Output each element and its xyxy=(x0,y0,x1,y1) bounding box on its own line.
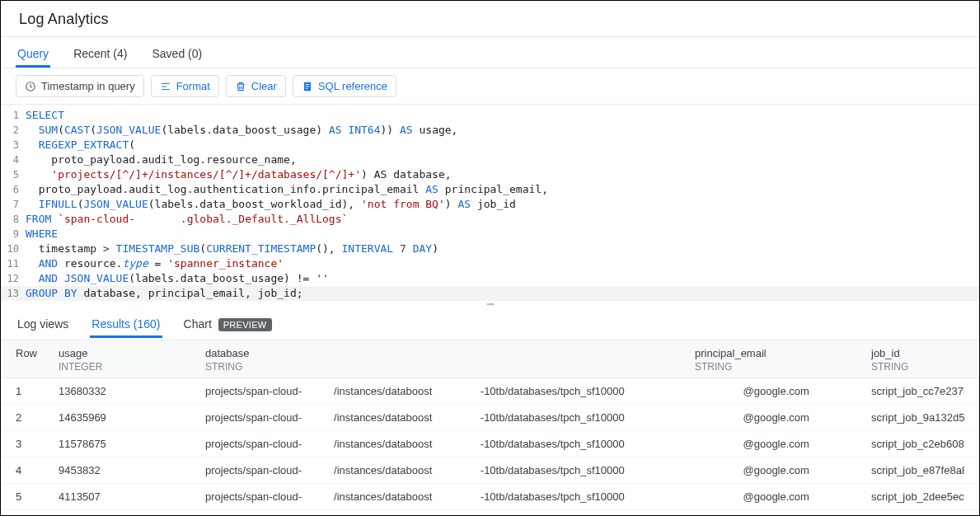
cell-rownum: 5 xyxy=(16,490,59,503)
timestamp-button[interactable]: Timestamp in query xyxy=(16,75,144,97)
page-header: Log Analytics xyxy=(1,1,979,37)
cell-jobid: script_job_9a132d5d7 xyxy=(871,411,964,424)
cell-rownum: 4 xyxy=(16,464,59,476)
cell-jobid: script_job_e87fe8a8a xyxy=(871,464,964,476)
preview-badge: PREVIEW xyxy=(218,318,272,331)
cell-jobid: script_job_2dee5ec16 xyxy=(871,490,964,503)
top-tabs: Query Recent (4) Saved (0) xyxy=(1,37,979,68)
cell-jobid: script_job_cc7e237ba xyxy=(871,385,964,397)
cell-usage: 9453832 xyxy=(59,464,205,476)
page-title: Log Analytics xyxy=(19,11,961,28)
cell-database: projects/span-cloud-xxxxxx/instances/dat… xyxy=(205,490,695,503)
table-row[interactable]: 54113507projects/span-cloud-xxxxxx/insta… xyxy=(1,484,979,510)
cell-rownum: 1 xyxy=(16,385,59,397)
cell-database: projects/span-cloud-xxxxxx/instances/dat… xyxy=(205,411,695,424)
format-icon xyxy=(160,81,171,92)
svg-rect-4 xyxy=(306,87,308,88)
table-row[interactable]: 214635969projects/span-cloud-xxxxxx/inst… xyxy=(1,405,979,431)
cell-jobid: script_job_c2eb60835 xyxy=(871,438,964,450)
document-icon xyxy=(302,81,313,92)
table-row[interactable]: 113680332projects/span-cloud-xxxxxx/inst… xyxy=(1,378,979,405)
tab-logviews[interactable]: Log views xyxy=(16,309,70,338)
cell-usage: 13680332 xyxy=(59,385,205,397)
tab-chart[interactable]: Chart PREVIEW xyxy=(182,309,274,338)
tab-saved[interactable]: Saved (0) xyxy=(150,39,204,68)
tab-recent[interactable]: Recent (4) xyxy=(72,39,129,68)
cell-rownum: 3 xyxy=(16,438,59,450)
clear-button[interactable]: Clear xyxy=(226,75,286,97)
format-button[interactable]: Format xyxy=(151,75,219,97)
timestamp-label: Timestamp in query xyxy=(41,80,135,92)
table-row[interactable]: 49453832projects/span-cloud-xxxxxx/insta… xyxy=(1,457,979,484)
format-label: Format xyxy=(176,80,210,92)
cell-usage: 4113507 xyxy=(59,490,205,503)
table-row[interactable]: 311578675projects/span-cloud-xxxxxx/inst… xyxy=(1,431,979,457)
cell-email: xxxxxxxxx@google.com xyxy=(695,464,871,476)
cell-email: xxxxxxxxx@google.com xyxy=(695,438,871,450)
cell-email: xxxxxxxxx@google.com xyxy=(695,411,871,424)
table-header: Row usageINTEGER databaseSTRING principa… xyxy=(1,340,979,378)
trash-icon xyxy=(235,81,246,92)
cell-usage: 14635969 xyxy=(59,411,205,424)
cell-database: projects/span-cloud-xxxxxx/instances/dat… xyxy=(205,464,695,476)
cell-database: projects/span-cloud-xxxxxx/instances/dat… xyxy=(205,385,695,397)
cell-database: projects/span-cloud-xxxxxx/instances/dat… xyxy=(205,438,695,450)
clock-icon xyxy=(25,81,36,92)
results-table: Row usageINTEGER databaseSTRING principa… xyxy=(1,340,979,516)
table-row[interactable]: 6170839projects/span-cloud-xxxxxx/instan… xyxy=(1,510,979,516)
svg-rect-3 xyxy=(306,86,310,87)
svg-rect-2 xyxy=(306,84,310,85)
sqlref-label: SQL reference xyxy=(318,80,387,92)
tab-results[interactable]: Results (160) xyxy=(90,309,162,338)
cell-email: xxxxxxxxx@google.com xyxy=(695,385,871,397)
query-toolbar: Timestamp in query Format Clear SQL refe… xyxy=(1,68,979,105)
cell-rownum: 2 xyxy=(16,411,59,424)
clear-label: Clear xyxy=(251,80,277,92)
tab-query[interactable]: Query xyxy=(16,39,50,68)
cell-usage: 11578675 xyxy=(59,438,205,450)
sql-editor[interactable]: 1SELECT 2 SUM(CAST(JSON_VALUE(labels.dat… xyxy=(1,105,979,301)
results-tabs: Log views Results (160) Chart PREVIEW xyxy=(1,307,979,340)
cell-email: xxxxxxxxx@google.com xyxy=(695,490,871,503)
sql-reference-button[interactable]: SQL reference xyxy=(293,75,396,97)
